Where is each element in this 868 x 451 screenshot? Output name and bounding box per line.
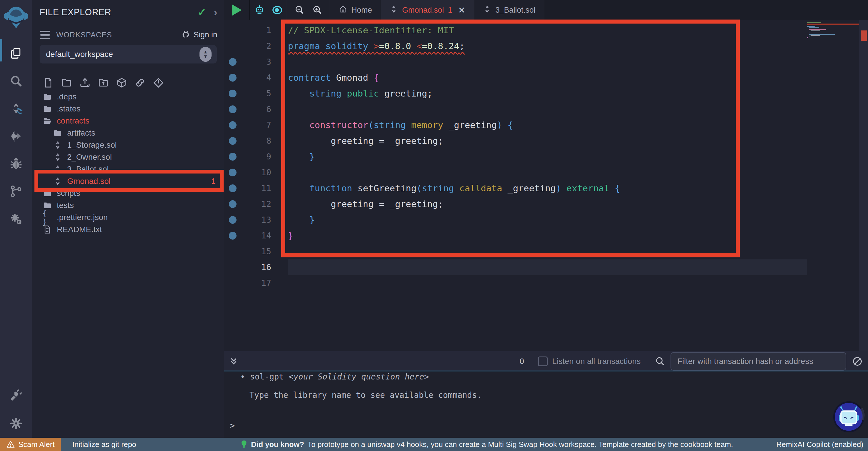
tab-label: 3_Ballot.sol — [495, 6, 536, 15]
transaction-filter-input[interactable] — [671, 352, 846, 371]
gutter-dot[interactable] — [229, 216, 237, 224]
tree-item-contracts[interactable]: contracts — [32, 115, 224, 127]
code-text[interactable]: greeting = _greeting; — [288, 196, 807, 212]
gutter-dot[interactable] — [229, 106, 237, 113]
deploy-run-icon — [9, 130, 23, 144]
code-text[interactable] — [288, 244, 807, 259]
code-text[interactable]: greeting = _greeting; — [288, 133, 807, 149]
gutter-cell: 12 — [224, 196, 288, 212]
tree-item-label: 1_Storage.sol — [67, 140, 117, 150]
code-text[interactable] — [288, 259, 807, 275]
code-text[interactable]: } — [288, 228, 807, 244]
sidebar-item-solidity-compiler[interactable] — [0, 95, 32, 123]
gutter-dot[interactable] — [229, 58, 237, 66]
workspace-select[interactable]: default_workspace ▲▼ — [40, 45, 217, 63]
code-text[interactable] — [288, 275, 807, 291]
code-text[interactable] — [288, 54, 807, 70]
minimap[interactable] — [807, 22, 859, 60]
code-text[interactable] — [288, 165, 807, 180]
tree-item-2_Owner.sol[interactable]: 2_Owner.sol — [32, 151, 224, 163]
listen-label[interactable]: Listen on all transactions — [552, 357, 641, 366]
upload-folder-icon[interactable] — [98, 77, 109, 89]
gutter-dot[interactable] — [229, 121, 237, 129]
run-script-button[interactable] — [224, 0, 250, 20]
workspaces-label: WORKSPACES — [56, 30, 112, 39]
clone-icon[interactable] — [153, 77, 164, 89]
code-text[interactable]: string public greeting; — [288, 86, 807, 102]
sign-in-button[interactable]: Sign in — [181, 30, 217, 39]
listen-checkbox[interactable] — [538, 357, 548, 366]
link-icon[interactable] — [134, 77, 146, 89]
gutter-dot[interactable] — [229, 74, 237, 82]
braces-icon: { } — [42, 213, 52, 222]
code-line-2: 2pragma solidity >=0.8.0 <=0.8.24; — [224, 38, 807, 54]
gutter-dot[interactable] — [229, 90, 237, 97]
terminal-resize-handle[interactable] — [224, 371, 868, 371]
sidebar-item-search[interactable] — [0, 68, 32, 95]
sidebar-item-plugin-connector[interactable] — [0, 382, 32, 410]
sidebar-item-settings[interactable] — [0, 410, 32, 438]
gutter-dot[interactable] — [229, 153, 237, 161]
close-icon[interactable]: ✕ — [458, 5, 465, 15]
code-text[interactable]: } — [288, 212, 807, 228]
git-init-button[interactable]: Initialize as git repo — [72, 440, 136, 449]
tree-item-1_Storage.sol[interactable]: 1_Storage.sol — [32, 139, 224, 151]
tab-Gmonad.sol[interactable]: Gmonad.sol1✕ — [381, 0, 474, 20]
code-text[interactable]: function setGreeting(string calldata _gr… — [288, 180, 807, 196]
new-file-icon[interactable] — [42, 77, 54, 89]
tree-item-.deps[interactable]: .deps — [32, 91, 224, 103]
code-text[interactable] — [288, 102, 807, 117]
code-editor[interactable]: 1// SPDX-License-Identifier: MIT2pragma … — [224, 20, 868, 351]
remixai-copilot-button[interactable] — [833, 401, 865, 432]
tree-item-artifacts[interactable]: artifacts — [32, 127, 224, 139]
tree-item-tests[interactable]: tests — [32, 199, 224, 212]
ai-robot-icon[interactable] — [254, 4, 265, 16]
gutter-dot[interactable] — [229, 185, 237, 192]
play-icon — [232, 4, 242, 16]
zoom-out-icon[interactable] — [294, 5, 305, 15]
sidebar-item-debugger[interactable] — [0, 150, 32, 178]
copilot-toggle-icon[interactable] — [272, 4, 283, 16]
tab-Home[interactable]: Home — [330, 0, 381, 20]
workspaces-menu-icon[interactable] — [40, 31, 50, 39]
tree-item-.states[interactable]: .states — [32, 103, 224, 115]
gutter-cell: 8 — [224, 133, 288, 149]
code-text[interactable]: pragma solidity >=0.8.0 <=0.8.24; — [288, 38, 807, 54]
chevron-right-icon[interactable]: › — [214, 8, 217, 17]
terminal-prompt[interactable]: > — [230, 421, 235, 430]
editor-scrollbar[interactable] — [859, 20, 868, 351]
tab-3_Ballot.sol[interactable]: 3_Ballot.sol — [474, 0, 545, 20]
tree-item-label: Gmonad.sol — [67, 177, 111, 186]
new-folder-icon[interactable] — [61, 77, 72, 89]
load-cube-icon[interactable] — [116, 77, 127, 89]
gutter-dot[interactable] — [229, 232, 237, 239]
gutter-cell: 5 — [224, 86, 288, 102]
code-text[interactable]: contract Gmonad { — [288, 70, 807, 86]
gutter-dot[interactable] — [229, 169, 237, 176]
collapse-terminal-icon[interactable] — [229, 357, 239, 366]
line-number: 8 — [267, 133, 271, 149]
gutter-cell: 11 — [224, 180, 288, 196]
tree-item-3_Ballot.sol[interactable]: 3_Ballot.sol — [32, 163, 224, 175]
check-icon[interactable]: ✓ — [197, 6, 206, 19]
sidebar-item-deploy-run[interactable] — [0, 123, 32, 150]
remix-logo-icon[interactable] — [3, 4, 29, 29]
tree-item-Gmonad.sol[interactable]: Gmonad.sol1 — [32, 175, 224, 187]
sidebar-item-file-explorer[interactable] — [0, 40, 32, 68]
gutter-dot[interactable] — [229, 200, 237, 208]
file-lines-icon — [42, 225, 52, 234]
tree-item-scripts[interactable]: scripts — [32, 187, 224, 199]
tree-item-README.txt[interactable]: README.txt — [32, 224, 224, 235]
code-text[interactable]: // SPDX-License-Identifier: MIT — [288, 22, 807, 38]
search-transactions-icon[interactable] — [655, 356, 665, 367]
code-text[interactable]: } — [288, 149, 807, 165]
zoom-in-icon[interactable] — [312, 5, 322, 15]
tree-item-.prettierrc.json[interactable]: { }.prettierrc.json — [32, 212, 224, 224]
sidebar-item-plugin-manager[interactable] — [0, 206, 32, 233]
code-text[interactable]: constructor(string memory _greeting) { — [288, 117, 807, 133]
scam-alert-button[interactable]: Scam Alert — [0, 438, 61, 451]
gutter-dot[interactable] — [229, 137, 237, 145]
sidebar-item-source-control[interactable] — [0, 178, 32, 206]
upload-file-icon[interactable] — [79, 77, 91, 89]
clear-console-icon[interactable] — [852, 356, 863, 367]
